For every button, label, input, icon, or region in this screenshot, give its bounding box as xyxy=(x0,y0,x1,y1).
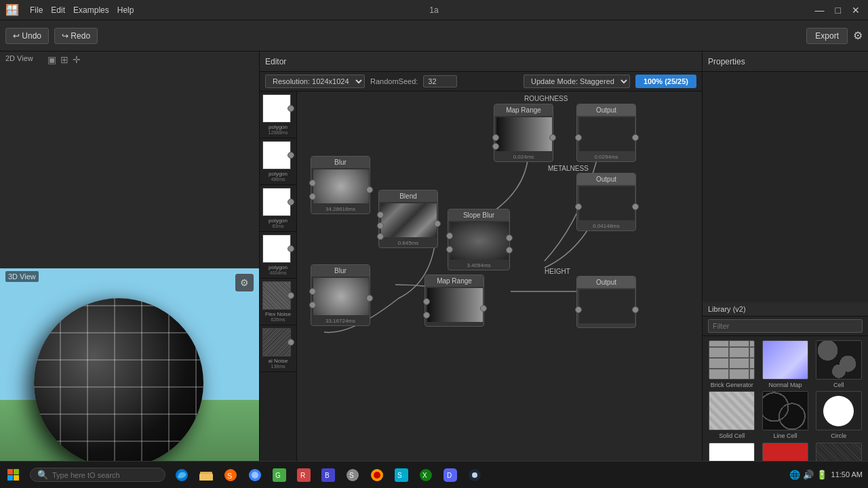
port-blur1-out[interactable] xyxy=(366,186,373,193)
port-maprange2-out[interactable] xyxy=(480,305,487,312)
taskbar-icon-discord[interactable]: D xyxy=(439,464,461,486)
main-area: 2D View ▣ ⊞ ✛ 3D View ⚙ Editor Res xyxy=(0,52,868,488)
lib-label-circle: Circle xyxy=(831,432,846,439)
sidebar-node-polygon2[interactable]: polygon 486ms xyxy=(260,138,296,185)
battery-icon[interactable]: 🔋 xyxy=(816,470,827,480)
port-maprange2-in2[interactable] xyxy=(423,312,430,319)
menu-file[interactable]: File xyxy=(30,5,43,15)
network-icon[interactable]: 🌐 xyxy=(789,470,800,480)
node-maprange2[interactable]: Map Range xyxy=(425,274,484,327)
taskbar-icon-app8[interactable]: S xyxy=(342,464,363,486)
lib-item-circle[interactable]: Circle xyxy=(813,391,864,439)
port-output-metal-out[interactable] xyxy=(632,203,639,210)
maximize-button[interactable]: □ xyxy=(833,5,844,16)
menu-edit[interactable]: Edit xyxy=(51,5,65,15)
node-output-metal[interactable]: Output 0.04148ms xyxy=(576,173,636,231)
3d-settings-button[interactable]: ⚙ xyxy=(235,274,254,291)
lib-item-normal[interactable]: Normal Map xyxy=(760,340,811,388)
lib-item-brick[interactable]: Brick Generator xyxy=(707,340,757,388)
port-blur1-in2[interactable] xyxy=(309,193,316,200)
taskbar-icon-app5[interactable]: G xyxy=(269,464,290,486)
taskbar-icon-folder[interactable] xyxy=(195,464,217,486)
sidebar-label-alnoise: al Noise xyxy=(262,358,294,364)
volume-icon[interactable]: 🔊 xyxy=(803,470,814,480)
menu-help[interactable]: Help xyxy=(117,5,134,15)
port-maprange1-out[interactable] xyxy=(549,134,556,141)
minimize-button[interactable]: — xyxy=(812,5,827,16)
system-clock[interactable]: 11:50 AM xyxy=(831,470,863,479)
port-output-height-out[interactable] xyxy=(632,306,639,313)
undo-button[interactable]: ↩ Undo xyxy=(5,28,49,44)
sidebar-node-alnoise[interactable]: al Noise 138ms xyxy=(260,325,296,372)
export-button[interactable]: Export xyxy=(806,28,848,44)
update-mode-select[interactable]: Update Mode: Staggered xyxy=(524,75,630,88)
sidebar-node-polygon1[interactable]: polygon 12888ms xyxy=(260,92,296,138)
node-slopeblur[interactable]: Slope Blur 3.4094ms xyxy=(448,209,510,270)
port-blur2-in2[interactable] xyxy=(309,302,316,308)
2d-view: 2D View ▣ ⊞ ✛ xyxy=(0,52,259,268)
node-canvas[interactable]: polygon 12888ms polygon 486ms polygon 63… xyxy=(260,92,702,488)
port-slopeblur-out1[interactable] xyxy=(506,235,513,241)
node-blur1-header: Blur xyxy=(311,157,370,168)
port-output-metal-in[interactable] xyxy=(575,203,582,210)
port-blend-in2[interactable] xyxy=(377,222,384,229)
progress-button[interactable]: 100% (25/25) xyxy=(635,75,696,88)
lib-item-solid-cell[interactable]: Solid Cell xyxy=(707,391,757,439)
port-maprange1-in1[interactable] xyxy=(492,134,499,141)
port-slopeblur-in2[interactable] xyxy=(446,246,453,253)
start-button[interactable] xyxy=(0,462,27,489)
menu-examples[interactable]: Examples xyxy=(73,5,109,15)
node-output-rough[interactable]: Output 0.0294ms xyxy=(576,104,636,162)
svg-text:S: S xyxy=(397,472,402,479)
sidebar-connector-4 xyxy=(288,245,294,252)
node-blur2[interactable]: Blur 33.16724ms xyxy=(311,264,370,326)
port-maprange2-in1[interactable] xyxy=(423,298,430,305)
library-filter-input[interactable] xyxy=(708,319,863,333)
port-blend-out[interactable] xyxy=(434,220,441,227)
lib-item-line-cell[interactable]: Line Cell xyxy=(760,391,811,439)
port-output-rough-out[interactable] xyxy=(632,134,639,141)
sidebar-node-polygon4[interactable]: polygon 4004ms xyxy=(260,232,296,279)
taskbar-icon-xbox[interactable]: X xyxy=(415,464,437,486)
grid-icon2[interactable]: ⊞ xyxy=(60,54,68,65)
port-blur1-in1[interactable] xyxy=(309,180,316,186)
taskbar-icon-firefox[interactable] xyxy=(366,464,388,486)
lib-item-cell[interactable]: Cell xyxy=(813,340,864,388)
node-output-height[interactable]: Output xyxy=(576,276,636,328)
port-maprange1-in2[interactable] xyxy=(492,143,499,150)
sidebar-node-flexnoise[interactable]: Flex Noise 626ms xyxy=(260,279,296,325)
taskbar-icon-steam[interactable] xyxy=(464,464,486,486)
port-output-height-in[interactable] xyxy=(575,306,582,313)
resolution-select[interactable]: Resolution: 1024x1024 xyxy=(265,75,365,88)
settings-button[interactable]: ⚙ xyxy=(853,29,863,42)
sidebar-node-polygon3[interactable]: polygon 63ms xyxy=(260,185,296,232)
crosshair-icon[interactable]: ✛ xyxy=(73,54,81,65)
taskbar-icon-app7[interactable]: B xyxy=(317,464,339,486)
port-output-rough-in[interactable] xyxy=(575,134,582,141)
node-blur1[interactable]: Blur 34.28616ms xyxy=(311,156,370,214)
port-blend-in1[interactable] xyxy=(377,211,384,218)
search-input[interactable] xyxy=(52,471,158,479)
port-blur2-out[interactable] xyxy=(366,295,373,302)
port-blend-in3[interactable] xyxy=(377,233,384,240)
titlebar: 🪟 File Edit Examples Help 1a — □ ✕ xyxy=(0,0,868,20)
port-slopeblur-in1[interactable] xyxy=(446,232,453,239)
port-blur2-in1[interactable] xyxy=(309,288,316,295)
taskbar-icon-app3[interactable]: S xyxy=(220,464,241,486)
sidebar-time-polygon3: 63ms xyxy=(262,224,294,228)
taskbar-icon-edge[interactable] xyxy=(171,464,193,486)
svg-text:D: D xyxy=(447,472,452,479)
port-slopeblur-out2[interactable] xyxy=(506,247,513,253)
node-blur2-preview xyxy=(313,278,369,315)
taskbar-icon-paint[interactable] xyxy=(244,464,266,486)
close-button[interactable]: ✕ xyxy=(849,5,863,16)
node-blend[interactable]: Blend 0.845ms xyxy=(378,190,438,248)
node-maprange1[interactable]: Map Range 0.024ms xyxy=(494,104,553,162)
editor-tab[interactable]: Editor xyxy=(265,57,286,66)
grid-icon1[interactable]: ▣ xyxy=(47,54,56,65)
taskbar-icon-app9[interactable]: S xyxy=(391,464,412,486)
svg-text:B: B xyxy=(325,472,330,479)
taskbar-icon-app6[interactable]: R xyxy=(293,464,315,486)
seed-input[interactable]: 32 xyxy=(423,75,457,87)
redo-button[interactable]: ↪ Redo xyxy=(54,28,98,44)
